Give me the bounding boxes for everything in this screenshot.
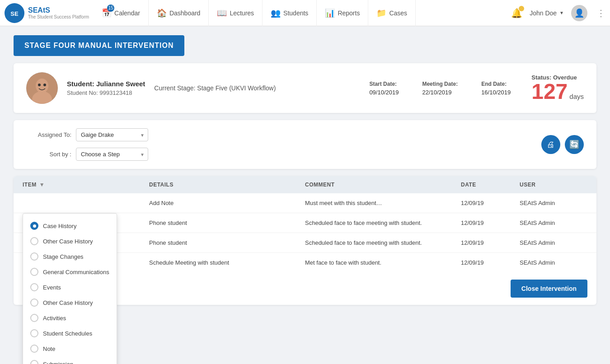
notification-badge bbox=[519, 6, 524, 11]
brand-text: SEAtS The Student Success Platform bbox=[28, 6, 89, 20]
row4-details: Schedule Meeting with student bbox=[149, 259, 305, 266]
days-text: days bbox=[569, 93, 584, 100]
radio-circle-2 bbox=[30, 252, 38, 261]
nav-calendar[interactable]: 📅 Calendar 15 bbox=[94, 0, 149, 26]
radio-circle-7 bbox=[30, 329, 38, 337]
radio-circle-1 bbox=[30, 237, 38, 245]
meeting-date-block: Meeting Date: 22/10/2019 bbox=[422, 81, 458, 96]
radio-circle-9 bbox=[30, 360, 38, 364]
table-row: Add Note Must meet with this student… 12… bbox=[14, 193, 596, 213]
comment-header-label: COMMENT bbox=[305, 182, 461, 188]
radio-circle-4 bbox=[30, 283, 38, 291]
nav-right: 🔔 John Doe ▼ 👤 ⋮ bbox=[511, 5, 605, 21]
item-header-label: ITEM bbox=[23, 182, 37, 188]
meeting-date-label: Meeting Date: bbox=[422, 81, 458, 87]
more-dots-icon[interactable]: ⋮ bbox=[596, 8, 605, 19]
close-intervention-button[interactable]: Close Intervention bbox=[511, 280, 587, 298]
nav-lectures[interactable]: 📖 Lectures bbox=[209, 0, 263, 26]
assigned-to-select[interactable]: Gaige Drake bbox=[76, 128, 148, 141]
nav-cases-label: Cases bbox=[389, 9, 407, 17]
row2-comment: Scheduled face to face meeting with stud… bbox=[305, 219, 461, 226]
refresh-icon: 🔄 bbox=[569, 140, 579, 149]
navbar: SE SEAtS The Student Success Platform 📅 … bbox=[0, 0, 610, 26]
row4-user: SEAtS Admin bbox=[520, 259, 587, 266]
sort-by-select[interactable]: Choose a Step bbox=[76, 148, 148, 161]
nav-students[interactable]: 👥 Students bbox=[263, 0, 317, 26]
dropdown-item-label-4: Events bbox=[43, 284, 61, 291]
brand: SE SEAtS The Student Success Platform bbox=[5, 3, 89, 23]
nav-cases[interactable]: 📁 Cases bbox=[368, 0, 416, 26]
dropdown-item-4[interactable]: Events bbox=[23, 280, 117, 295]
status-days: 127 days bbox=[531, 81, 584, 103]
refresh-button[interactable]: 🔄 bbox=[565, 135, 584, 154]
nav-items: 📅 Calendar 15 🏠 Dashboard 📖 Lectures 👥 S… bbox=[94, 0, 511, 26]
students-icon: 👥 bbox=[271, 8, 281, 18]
svg-point-3 bbox=[36, 79, 48, 93]
dropdown-item-6[interactable]: Activities bbox=[23, 310, 117, 326]
dropdown-item-5[interactable]: Other Case History bbox=[23, 295, 117, 310]
notification-bell[interactable]: 🔔 bbox=[511, 8, 522, 19]
nav-lectures-label: Lectures bbox=[230, 9, 254, 17]
dropdown-item-1[interactable]: Other Case History bbox=[23, 233, 117, 249]
student-card: Student: Julianne Sweet Student No: 9993… bbox=[14, 63, 596, 113]
start-date-value: 09/10/2019 bbox=[369, 89, 399, 96]
assigned-to-label: Assigned To: bbox=[26, 131, 71, 138]
reports-icon: 📊 bbox=[325, 8, 335, 18]
nav-reports[interactable]: 📊 Reports bbox=[317, 0, 368, 26]
svg-text:SE: SE bbox=[10, 10, 19, 17]
nav-reports-label: Reports bbox=[338, 9, 360, 17]
table-header: ITEM ▼ DETAILS COMMENT DATE USER bbox=[14, 176, 596, 193]
date-header-label: DATE bbox=[461, 182, 520, 188]
nav-students-label: Students bbox=[283, 9, 308, 17]
row2-user: SEAtS Admin bbox=[520, 219, 587, 226]
dropdown-item-label-6: Activities bbox=[43, 315, 66, 322]
user-name: John Doe bbox=[530, 9, 557, 17]
svg-point-5 bbox=[38, 84, 41, 86]
avatar: 👤 bbox=[571, 5, 587, 21]
brand-tagline: The Student Success Platform bbox=[28, 14, 89, 20]
dropdown-item-3[interactable]: General Communications bbox=[23, 264, 117, 280]
start-date-label: Start Date: bbox=[369, 81, 397, 87]
stage-info: Current Stage: Stage Five (UKVI Workflow… bbox=[154, 84, 353, 92]
controls-right: 🖨 🔄 bbox=[541, 135, 584, 154]
row2-details: Phone student bbox=[149, 219, 305, 226]
dropdown-item-label-5: Other Case History bbox=[43, 299, 93, 306]
row2-date: 12/09/19 bbox=[461, 219, 520, 226]
radio-circle-0 bbox=[30, 222, 38, 230]
table-card: ITEM ▼ DETAILS COMMENT DATE USER Case Hi… bbox=[14, 176, 596, 305]
print-button[interactable]: 🖨 bbox=[541, 135, 560, 154]
nav-calendar-label: Calendar bbox=[114, 9, 140, 17]
days-number: 127 bbox=[531, 81, 568, 103]
student-name: Student: Julianne Sweet bbox=[67, 80, 145, 88]
dropdown-item-9[interactable]: Submission bbox=[23, 356, 117, 364]
cases-icon: 📁 bbox=[376, 8, 386, 18]
dropdown-item-8[interactable]: Note bbox=[23, 341, 117, 356]
dropdown-item-7[interactable]: Student Schedules bbox=[23, 326, 117, 341]
row3-user: SEAtS Admin bbox=[520, 239, 587, 246]
svg-point-6 bbox=[43, 84, 46, 86]
row3-details: Phone student bbox=[149, 239, 305, 246]
end-date-value: 16/10/2019 bbox=[481, 89, 511, 96]
end-date-label: End Date: bbox=[481, 81, 507, 87]
dropdown-item-label-0: Case History bbox=[43, 223, 76, 229]
sort-by-select-wrapper: Choose a Step bbox=[76, 148, 148, 161]
stage-banner: STAGE FOUR MANUAL INTERVENTION bbox=[14, 35, 184, 56]
dropdown-item-label-8: Note bbox=[43, 345, 55, 352]
sort-by-row: Sort by : Choose a Step bbox=[26, 148, 148, 161]
dropdown-item-label-9: Submission bbox=[43, 361, 73, 364]
printer-icon: 🖨 bbox=[547, 140, 555, 149]
dropdown-item-2[interactable]: Stage Changes bbox=[23, 249, 117, 264]
radio-circle-8 bbox=[30, 345, 38, 353]
row1-item bbox=[23, 200, 149, 206]
item-col-header: ITEM ▼ bbox=[23, 182, 149, 188]
nav-dashboard[interactable]: 🏠 Dashboard bbox=[149, 0, 209, 26]
item-sort-icon[interactable]: ▼ bbox=[39, 182, 45, 188]
dropdown-item-0[interactable]: Case History bbox=[23, 218, 117, 233]
lectures-icon: 📖 bbox=[217, 8, 227, 18]
assigned-to-row: Assigned To: Gaige Drake bbox=[26, 128, 148, 141]
calendar-badge: 15 bbox=[107, 5, 114, 12]
radio-circle-5 bbox=[30, 299, 38, 307]
dropdown-item-label-1: Other Case History bbox=[43, 238, 93, 245]
user-info[interactable]: John Doe ▼ bbox=[530, 9, 564, 17]
nav-dashboard-label: Dashboard bbox=[169, 9, 201, 17]
